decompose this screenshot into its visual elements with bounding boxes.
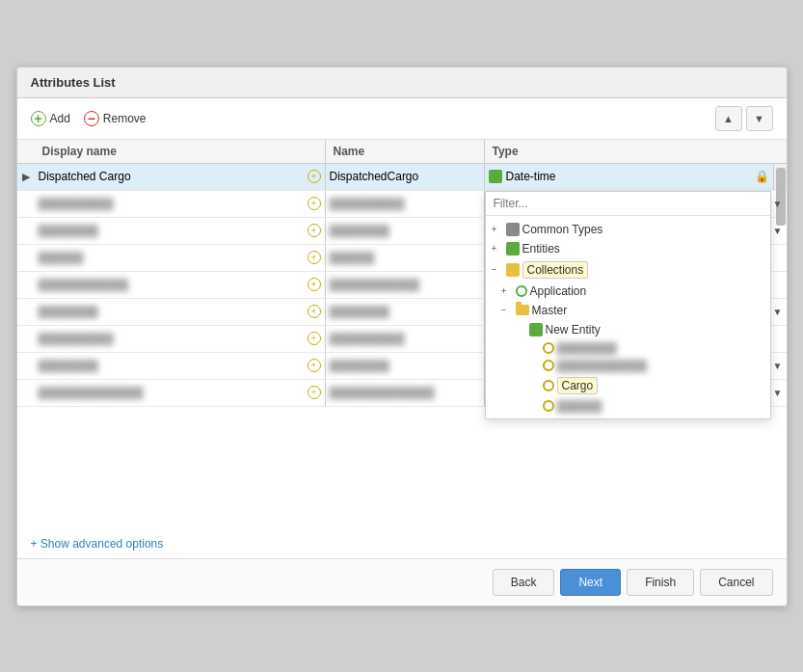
new-entity-icon: [529, 323, 543, 336]
add-label: Add: [50, 112, 70, 125]
row-indicator: [17, 272, 35, 298]
row-indicator: [17, 218, 35, 244]
tree-item-application[interactable]: + Application: [486, 282, 770, 301]
blurred-name: ████████: [330, 225, 480, 236]
blurred-name: ██████████: [330, 198, 480, 209]
toolbar-left: + Add − Remove: [31, 111, 147, 126]
cargo-label: Cargo: [557, 377, 599, 394]
display-cell: ████████: [35, 299, 326, 325]
cargo-icon: [543, 380, 554, 391]
row-indicator: [17, 326, 35, 352]
table-row[interactable]: ▶ Dispatched Cargo DispatchedCargo Date-…: [17, 164, 787, 191]
name-cell: ████████: [326, 218, 485, 244]
globe-icon[interactable]: [308, 359, 321, 372]
blurred-label-3: ██████: [557, 400, 764, 412]
row-indicator: ▶: [17, 164, 35, 190]
globe-icon[interactable]: [308, 170, 321, 183]
tree-item-blurred-1[interactable]: ████████: [486, 339, 770, 357]
remove-label: Remove: [103, 112, 147, 125]
globe-icon[interactable]: [308, 305, 321, 318]
name-cell: ██████: [326, 245, 485, 271]
attributes-list-dialog: Attributes List + Add − Remove ▲ ▼ Displ…: [16, 67, 788, 606]
row-indicator: [17, 191, 35, 217]
display-cell: ██████████████: [35, 380, 326, 406]
display-cell: ██████: [35, 245, 326, 271]
application-icon: [516, 285, 527, 297]
display-cell: ████████: [35, 218, 326, 244]
toolbar-right: ▲ ▼: [715, 106, 773, 131]
filter-input[interactable]: [486, 192, 770, 216]
name-cell: ████████: [326, 353, 485, 379]
name-cell: DispatchedCargo: [326, 164, 485, 190]
application-label: Application: [530, 284, 587, 298]
name-cell: ██████████: [326, 326, 485, 352]
globe-icon[interactable]: [308, 197, 321, 210]
globe-icon[interactable]: [308, 332, 321, 345]
expand-icon: [515, 324, 526, 335]
toolbar: + Add − Remove ▲ ▼: [17, 98, 787, 140]
table-body: ▶ Dispatched Cargo DispatchedCargo Date-…: [17, 164, 787, 529]
globe-icon[interactable]: [308, 224, 321, 237]
caret-icon: ▼: [773, 307, 783, 317]
row-indicator: [17, 245, 35, 271]
blurred-name: ██████████████: [330, 387, 480, 398]
globe-icon[interactable]: [308, 278, 321, 291]
expand-icon: [528, 342, 540, 353]
blurred-display: ██████████: [39, 198, 304, 209]
common-types-icon: [506, 223, 520, 236]
globe-icon[interactable]: [308, 251, 321, 264]
blurred-label-1: ████████: [557, 342, 764, 354]
expand-icon: [528, 400, 540, 411]
display-name-text: Dispatched Cargo: [39, 170, 304, 183]
blurred-display: ██████████████: [39, 387, 304, 398]
globe-icon[interactable]: [308, 386, 321, 399]
caret-icon: ▼: [773, 226, 783, 236]
master-icon: [516, 305, 529, 315]
type-selector[interactable]: Date-time 🔒 ▼: [489, 170, 783, 183]
remove-icon: −: [84, 111, 99, 126]
type-cell: Date-time 🔒 ▼ + Common Types: [485, 164, 787, 190]
col-header-display: Display name: [35, 140, 326, 163]
blurred-display: ████████: [39, 306, 304, 317]
add-button[interactable]: + Add: [31, 111, 70, 126]
col-header-name: Name: [326, 140, 485, 163]
collections-icon: [506, 263, 520, 277]
tree-item-entities[interactable]: + Entities: [486, 239, 770, 258]
col-header-type: Type: [485, 140, 773, 163]
master-label: Master: [532, 304, 568, 317]
row-indicator: [17, 353, 35, 379]
caret-icon: ▼: [773, 388, 783, 398]
blurred-display: ████████████: [39, 279, 304, 290]
show-advanced-options[interactable]: + Show advanced options: [17, 529, 787, 558]
type-text: Date-time: [506, 170, 751, 183]
tree-item-collections[interactable]: − Collections: [486, 258, 770, 282]
lock-icon: 🔒: [755, 170, 769, 183]
cancel-button[interactable]: Cancel: [700, 569, 772, 596]
move-up-button[interactable]: ▲: [715, 106, 742, 131]
blurred-display: ████████: [39, 360, 304, 371]
blurred-label-2: ████████████: [557, 360, 764, 371]
blurred-name: ██████████: [330, 333, 480, 344]
finish-button[interactable]: Finish: [627, 569, 694, 596]
expand-icon: −: [492, 264, 503, 275]
back-button[interactable]: Back: [493, 569, 555, 596]
scrollbar-track: [773, 164, 787, 190]
next-button[interactable]: Next: [560, 569, 621, 596]
dialog-title: Attributes List: [17, 67, 787, 98]
row-indicator: [17, 299, 35, 325]
display-cell: ████████: [35, 353, 326, 379]
tree-item-blurred-2[interactable]: ████████████: [486, 357, 770, 374]
remove-button[interactable]: − Remove: [84, 111, 147, 126]
tree-item-cargo[interactable]: Cargo: [486, 374, 770, 397]
name-text: DispatchedCargo: [330, 170, 480, 183]
tree-item-new-entity[interactable]: New Entity: [486, 320, 770, 339]
expand-icon: +: [492, 224, 503, 234]
expand-icon: −: [501, 305, 513, 315]
move-down-button[interactable]: ▼: [746, 106, 773, 131]
expand-icon: +: [501, 285, 513, 296]
expand-icon: +: [492, 243, 503, 254]
tree-item-master[interactable]: − Master: [486, 301, 770, 320]
tree-item-common-types[interactable]: + Common Types: [486, 220, 770, 239]
blurred-display: ██████████: [39, 333, 304, 344]
tree-item-blurred-3[interactable]: ██████: [486, 397, 770, 415]
